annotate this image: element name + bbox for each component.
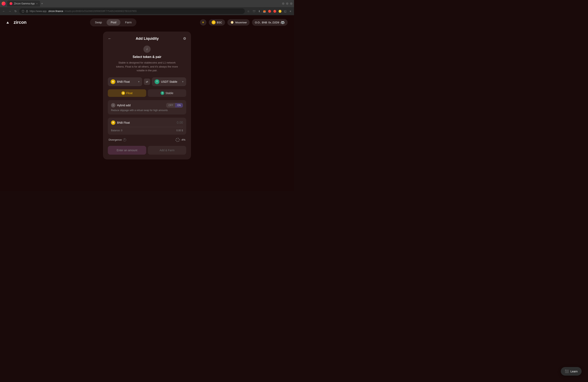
ext-shield[interactable]: 🛡 (252, 9, 256, 13)
input-token-label: B BNB Float (111, 120, 130, 125)
url-domain: zircon.finance (48, 10, 63, 13)
new-tab-button[interactable]: + (41, 2, 43, 5)
moonriver-label: Moonriver (235, 21, 247, 24)
token-b-chevron: ▾ (182, 80, 183, 83)
url-path: /#/add-pro/BNB/0x55d398326f99059fF775485… (64, 10, 137, 13)
ext-1[interactable]: 🦊 (262, 9, 266, 13)
token-a-selector[interactable]: B BNB Float ▾ (108, 77, 142, 86)
info-icon: i (143, 46, 151, 53)
bsc-network-button[interactable]: 🪙 BSC (209, 19, 225, 26)
bsc-label: BSC (217, 21, 222, 24)
input-footer: Balance: 0 0.00 $ (111, 129, 183, 132)
tab-title: Zircon Gamma App (14, 2, 35, 5)
svg-rect-0 (26, 11, 28, 12)
window-close[interactable] (290, 2, 293, 5)
hybrid-header: + Hybrid add OFF ON (111, 103, 183, 108)
token-a-chevron: ▾ (138, 80, 139, 83)
ext-5[interactable]: ◱ (283, 9, 287, 13)
window-maximize[interactable] (286, 2, 288, 5)
nav-tabs: Swap Pool Farm (90, 18, 136, 26)
hybrid-toggle[interactable]: OFF ON (166, 103, 183, 108)
divergence-value: ◌ -4% (176, 138, 185, 142)
settings-button[interactable]: ⚙ (183, 36, 186, 41)
swap-icon: ⇄ (146, 80, 148, 83)
input-amount-display: 0.00 (177, 121, 183, 124)
window-minimize[interactable] (282, 2, 284, 5)
hybrid-title: + Hybrid add (111, 103, 131, 108)
svg-text:⟁: ⟁ (6, 20, 9, 24)
stable-tab-icon: T (161, 91, 164, 95)
logo-text: zircon (14, 20, 27, 25)
tab-swap[interactable]: Swap (91, 19, 106, 26)
usd-value: 0.00 $ (176, 129, 183, 132)
token-b-label: USDT Stable (161, 80, 181, 83)
toggle-on-button[interactable]: ON (175, 103, 183, 108)
card-title: Add Liquidity (136, 37, 159, 41)
bnb-token-icon: B (111, 79, 115, 84)
ext-download[interactable]: ⬇ (257, 9, 261, 13)
app-content: ⟁ zircon Swap Pool Farm ☀ 🪙 BSC (0, 15, 294, 191)
float-tab-label: Float (126, 92, 132, 95)
browser-icon (1, 1, 6, 6)
divergence-help-icon[interactable]: ? (123, 138, 126, 141)
ext-menu[interactable]: ≡ (288, 9, 293, 13)
bookmark-icon[interactable]: ☆ (246, 9, 251, 13)
ext-4[interactable]: 🟡 (278, 9, 282, 13)
browser-extensions: 🛡 ⬇ 🦊 🔴 🔴 🟡 ◱ ≡ (252, 9, 293, 13)
tab-pool[interactable]: Pool (106, 19, 120, 26)
hybrid-label: Hybrid add (117, 104, 131, 107)
tab-farm[interactable]: Farm (121, 19, 136, 26)
address-bar[interactable]: https://www.app.zircon.finance/#/add-pro… (19, 8, 245, 14)
nav-back-button[interactable]: ← (1, 9, 6, 14)
browser-navbar: ← → ↻ https://www.app.zircon.finance/#/a… (0, 7, 294, 15)
token-selectors: B BNB Float ▾ ⇄ T USDT Stable ▾ (108, 77, 186, 86)
wallet-address-button[interactable]: O.O.. BNB 0x..D2D9 🦝 (252, 19, 288, 26)
wallet-short-text: 0x..D2D9 (268, 21, 279, 24)
logo: ⟁ zircon (6, 19, 27, 25)
balance-label: Balance: 0 (111, 129, 122, 132)
theme-toggle-button[interactable]: ☀ (200, 19, 206, 26)
main-wrapper: ← Add Liquidity ⚙ i Select token & pair … (0, 30, 294, 159)
divergence-percent: -4% (181, 138, 185, 141)
input-header: B BNB Float 0.00 (111, 120, 183, 125)
tab-favicon (10, 2, 12, 5)
browser-titlebar: Zircon Gamma App × + (0, 0, 294, 7)
input-token-name: BNB Float (117, 121, 130, 124)
float-tab[interactable]: B Float (108, 89, 146, 97)
logo-icon: ⟁ (6, 19, 12, 25)
info-description: Stable is designed for stablecoins and L… (115, 61, 179, 73)
swap-tokens-button[interactable]: ⇄ (144, 78, 150, 85)
stable-tab-label: Stable (165, 92, 173, 95)
ext-3[interactable]: 🔴 (273, 9, 277, 13)
moonriver-icon: 🌕 (230, 20, 234, 24)
enter-amount-button[interactable]: Enter an amount (108, 146, 146, 155)
info-section: i Select token & pair Stable is designed… (108, 46, 186, 73)
input-bnb-icon: B (111, 120, 115, 125)
lock-icon (26, 10, 28, 13)
header-right: ☀ 🪙 BSC 🌕 Moonriver O.O.. BNB 0x..D2D9 🦝 (200, 19, 288, 26)
info-title: Select token & pair (108, 55, 186, 59)
nav-forward-button[interactable]: → (8, 9, 12, 14)
divergence-text: Divergence (109, 138, 122, 141)
nav-refresh-button[interactable]: ↻ (14, 9, 18, 14)
moonriver-network-button[interactable]: 🌕 Moonriver (227, 19, 250, 26)
usdt-token-icon: T (155, 79, 159, 84)
token-b-selector[interactable]: T USDT Stable ▾ (152, 77, 186, 86)
divergence-label: Divergence ? (109, 138, 126, 141)
browser-tab[interactable]: Zircon Gamma App × (7, 0, 40, 7)
browser-chrome: Zircon Gamma App × + ← → ↻ https://www.a… (0, 0, 294, 15)
hybrid-description: Reduce slippage with a virtual swap for … (111, 109, 183, 112)
stable-tab[interactable]: T Stable (148, 89, 186, 97)
hybrid-section: + Hybrid add OFF ON Reduce slippage with… (108, 100, 186, 115)
add-farm-button[interactable]: Add & Farm (148, 146, 186, 155)
back-button[interactable]: ← (108, 37, 111, 41)
toggle-off-button[interactable]: OFF (167, 103, 175, 108)
divider (111, 127, 183, 127)
divergence-spinner-icon: ◌ (176, 138, 180, 142)
pool-type-tabs: B Float T Stable (108, 89, 186, 97)
divergence-row: Divergence ? ◌ -4% (108, 138, 186, 142)
bsc-icon: 🪙 (211, 20, 216, 24)
ext-2[interactable]: 🔴 (268, 9, 272, 13)
app-header: ⟁ zircon Swap Pool Farm ☀ 🪙 BSC (0, 15, 294, 30)
tab-close-button[interactable]: × (36, 2, 37, 5)
